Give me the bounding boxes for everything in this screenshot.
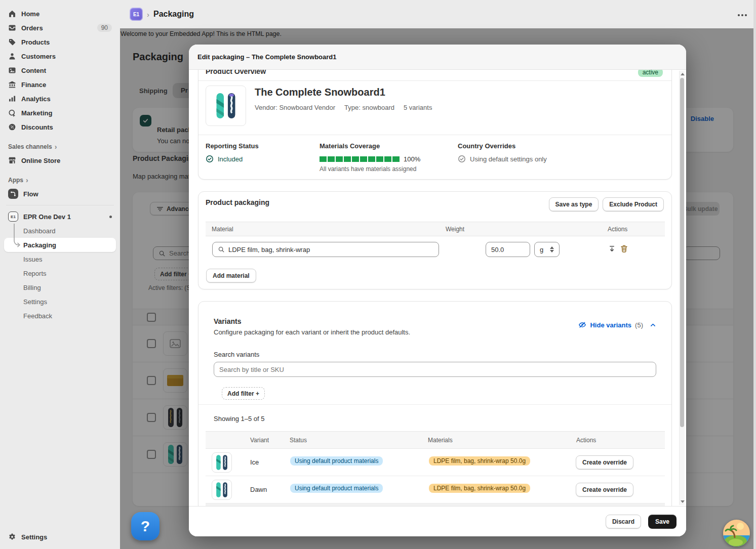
create-override-button[interactable]: Create override — [576, 455, 633, 470]
apps-header[interactable]: Apps › — [4, 174, 116, 187]
dot — [738, 14, 740, 16]
sub-item-label: Settings — [23, 298, 47, 306]
sidebar-item-discounts[interactable]: Discounts — [4, 120, 116, 134]
scrollbar-thumb[interactable] — [680, 78, 684, 427]
dot — [745, 14, 747, 16]
packaging-actions: Save as type Exclude Product — [549, 197, 664, 212]
sidebar-item-analytics[interactable]: Analytics — [4, 92, 116, 106]
island-extension-button[interactable] — [723, 520, 750, 546]
inherit-weight-button[interactable] — [608, 245, 616, 254]
scroll-down-arrow-icon[interactable] — [680, 499, 685, 504]
gear-icon — [8, 533, 16, 541]
sidebar-item-products[interactable]: Products — [4, 35, 116, 49]
add-filter-label: Add filter + — [227, 390, 259, 397]
sidebar-item-issues[interactable]: Issues — [4, 252, 116, 266]
material-search-field[interactable] — [212, 242, 439, 257]
variant-thumbnail — [212, 480, 232, 500]
home-icon — [8, 10, 16, 18]
sidebar-item-online-store[interactable]: Online Store — [4, 153, 116, 167]
app-logo-icon[interactable]: E1 — [130, 8, 143, 21]
check-circle-gray-icon — [458, 155, 466, 163]
eye-slash-icon — [578, 321, 586, 329]
modal-header: Edit packaging – The Complete Snowboard1 — [189, 45, 686, 70]
coverage-note: All variants have materials assigned — [320, 165, 416, 173]
coverage-progress-bar — [320, 156, 400, 162]
exclude-product-button[interactable]: Exclude Product — [603, 197, 664, 212]
modal-scrollbar[interactable] — [679, 71, 685, 505]
bank-icon — [8, 80, 16, 89]
status-badge: active — [638, 70, 663, 77]
page-scrollbar[interactable] — [753, 0, 756, 549]
overview-heading: Product Overview — [206, 70, 266, 75]
search-icon — [218, 246, 225, 253]
unit-select[interactable]: g — [534, 242, 560, 257]
sidebar-item-label: Marketing — [21, 109, 52, 117]
materials-coverage-label: Materials Coverage — [320, 142, 380, 150]
add-material-button[interactable]: Add material — [206, 269, 256, 283]
sidebar-item-orders[interactable]: Orders 90 — [4, 21, 116, 35]
chevron-right-icon: › — [26, 177, 28, 184]
showing-text: Showing 1–5 of 5 — [214, 415, 264, 423]
tag-icon — [8, 38, 16, 46]
sidebar-item-flow[interactable]: Flow — [4, 187, 116, 201]
variants-count: (5) — [635, 321, 643, 329]
product-overview-card: Product Overview active The Complete Sno… — [198, 70, 672, 180]
bar-chart-icon — [8, 95, 16, 103]
weight-field[interactable] — [486, 242, 530, 257]
sidebar-item-feedback[interactable]: Feedback — [4, 309, 116, 323]
epr-app-icon: E1 — [8, 212, 18, 222]
sidebar-item-settings[interactable]: Settings — [4, 530, 116, 544]
more-menu-button[interactable] — [735, 10, 749, 20]
sidebar-item-finance[interactable]: Finance — [4, 77, 116, 92]
included-text: Included — [218, 155, 243, 163]
sales-channels-header[interactable]: Sales channels › — [4, 140, 116, 153]
variant-name: Dawn — [250, 486, 267, 493]
variant-row-dawn[interactable]: Dawn Using default product materials LDP… — [206, 476, 665, 503]
sidebar-item-app-settings[interactable]: Settings — [4, 294, 116, 309]
col-variant: Variant — [250, 437, 269, 444]
sidebar-item-epr-one-dev[interactable]: E1 EPR One Dev 1 — [4, 209, 116, 224]
create-override-button[interactable]: Create override — [576, 483, 633, 497]
sidebar-item-customers[interactable]: Customers — [4, 49, 116, 63]
variants-search-field[interactable] — [214, 362, 656, 377]
sidebar-item-dashboard[interactable]: Dashboard — [4, 224, 116, 238]
sidebar-item-packaging[interactable]: Packaging — [4, 238, 116, 252]
image-icon — [8, 66, 16, 74]
variant-materials-badge: LDPE film, bag, shrink-wrap 50.0g — [429, 456, 530, 466]
vendor-text: Vendor: Snowboard Vendor — [255, 104, 335, 111]
variant-row-ice[interactable]: Ice Using default product materials LDPE… — [206, 449, 665, 476]
sub-item-label: Reports — [23, 270, 47, 277]
sidebar-item-marketing[interactable]: Marketing — [4, 106, 116, 120]
divider — [198, 135, 671, 135]
overrides-text: Using default settings only — [470, 155, 547, 163]
col-actions: Actions — [576, 437, 596, 444]
hide-variants-control[interactable]: Hide variants (5) — [578, 321, 656, 329]
delete-material-button[interactable] — [620, 244, 628, 253]
modal-title: Edit packaging – The Complete Snowboard1 — [197, 53, 337, 61]
packaging-heading: Product packaging — [206, 198, 269, 206]
stepper-icon[interactable] — [550, 246, 554, 252]
add-material-label: Add material — [213, 272, 250, 279]
sidebar-item-label: Finance — [21, 81, 46, 89]
variants-card: Variants Configure packaging for each va… — [198, 301, 672, 506]
coverage-bar-row: 100% — [320, 155, 420, 163]
sidebar-item-reports[interactable]: Reports — [4, 266, 116, 280]
product-title: The Complete Snowboard1 — [255, 87, 385, 98]
breadcrumb: E1 › Packaging — [130, 8, 194, 21]
sidebar-item-content[interactable]: Content — [4, 63, 116, 77]
sidebar-item-billing[interactable]: Billing — [4, 280, 116, 294]
save-button[interactable]: Save — [648, 515, 677, 529]
orders-icon — [8, 24, 16, 32]
sidebar-item-home[interactable]: Home — [4, 7, 116, 21]
scroll-up-arrow-icon[interactable] — [680, 72, 685, 76]
sidebar-item-label: Discounts — [21, 123, 53, 131]
person-icon — [8, 52, 16, 60]
variants-add-filter-button[interactable]: Add filter + — [222, 387, 265, 400]
material-input[interactable] — [228, 246, 433, 254]
save-as-type-button[interactable]: Save as type — [549, 197, 599, 212]
discard-button[interactable]: Discard — [606, 515, 641, 529]
variant-thumbnail — [212, 452, 232, 473]
variants-table: Variant Status Materials Actions Ice Usi… — [206, 431, 665, 449]
help-button[interactable]: ? — [131, 512, 160, 540]
variants-search-input[interactable] — [219, 366, 651, 373]
